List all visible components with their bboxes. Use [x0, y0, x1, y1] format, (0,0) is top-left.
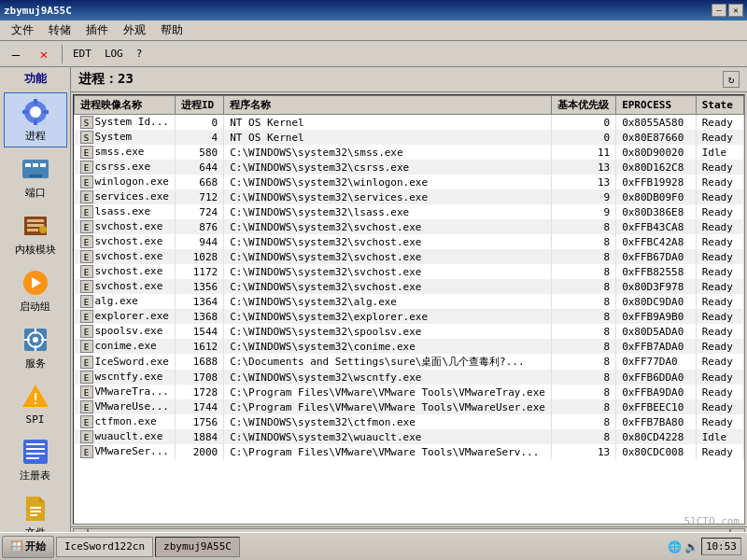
sidebar-item-spi[interactable]: ! SPI: [4, 377, 67, 430]
process-file-icon: E: [80, 161, 93, 174]
table-row[interactable]: Esmss.exe580C:\WINDOWS\system32\smss.exe…: [75, 145, 744, 160]
cell-process-name: Esvchost.exe: [75, 249, 176, 264]
sidebar-item-startup[interactable]: 启动组: [4, 263, 67, 318]
cell-process-name: Ewinlogon.exe: [75, 175, 176, 189]
content-title: 进程：23: [78, 71, 134, 88]
log-btn[interactable]: LOG: [100, 45, 128, 63]
cell-process-name: Ecsrss.exe: [75, 160, 176, 175]
cell-state: Ready: [696, 115, 743, 131]
taskbar-item-zbymuj[interactable]: zbymuj9A55C: [155, 537, 240, 557]
cell-eprocess: 0xFFB82558: [616, 264, 697, 279]
table-row[interactable]: Ewuauclt.exe1884C:\WINDOWS\system32\wuau…: [75, 429, 744, 444]
edt-btn[interactable]: EDT: [68, 45, 96, 63]
cell-process-name: Esvchost.exe: [75, 219, 176, 234]
table-row[interactable]: SSystem4NT OS Kernel00x80E87660Ready: [75, 130, 744, 145]
svg-rect-30: [26, 453, 45, 455]
svg-point-1: [30, 106, 41, 118]
sidebar-item-port[interactable]: 端口: [4, 149, 67, 204]
col-header-path[interactable]: 程序名称: [224, 96, 552, 115]
menu-plugin[interactable]: 插件: [78, 21, 116, 40]
svg-rect-7: [25, 163, 31, 167]
sidebar-kernel-label: 内核模块: [15, 243, 56, 257]
taskbar-item-icesword[interactable]: IceSword122cn: [56, 537, 153, 557]
cell-state: Ready: [696, 370, 743, 385]
toolbar-minimize-btn[interactable]: —: [4, 44, 28, 64]
minimize-button[interactable]: —: [712, 4, 726, 17]
cell-pid: 1728: [175, 385, 223, 399]
sidebar-item-process[interactable]: 进程: [4, 92, 67, 147]
table-row[interactable]: Esvchost.exe876C:\WINDOWS\system32\svcho…: [75, 219, 744, 234]
content-header: 进程：23 ↻: [71, 67, 747, 92]
table-row[interactable]: Elsass.exe724C:\WINDOWS\system32\lsass.e…: [75, 204, 744, 219]
col-header-eprocess[interactable]: EPROCESS: [616, 96, 697, 115]
svg-rect-12: [27, 219, 44, 222]
table-row[interactable]: Eservices.exe712C:\WINDOWS\system32\serv…: [75, 189, 744, 204]
menu-dump[interactable]: 转储: [41, 21, 78, 40]
help-btn[interactable]: ?: [132, 45, 148, 63]
cell-pid: 1364: [175, 294, 223, 309]
cell-state: Idle: [696, 429, 743, 444]
table-row[interactable]: Econime.exe1612C:\WINDOWS\system32\conim…: [75, 339, 744, 354]
cell-path: C:\WINDOWS\system32\svchost.exe: [224, 249, 552, 264]
cell-path: C:\WINDOWS\system32\svchost.exe: [224, 234, 552, 249]
sidebar-service-label: 服务: [25, 357, 46, 371]
table-row[interactable]: Ewscntfy.exe1708C:\WINDOWS\system32\wscn…: [75, 370, 744, 385]
table-row[interactable]: Esvchost.exe1172C:\WINDOWS\system32\svch…: [75, 264, 744, 279]
process-file-icon: E: [80, 265, 93, 278]
cell-process-name: Ectfmon.exe: [75, 414, 176, 429]
cell-eprocess: 0xFFB67DA0: [616, 249, 697, 264]
start-button[interactable]: 🪟 开始: [2, 536, 54, 558]
col-header-pid[interactable]: 进程ID: [175, 96, 223, 115]
cell-path: C:\WINDOWS\system32\svchost.exe: [224, 219, 552, 234]
table-row[interactable]: EVMwareTra...1728C:\Program Files\VMware…: [75, 385, 744, 399]
process-file-icon: E: [80, 205, 93, 218]
menu-file[interactable]: 文件: [4, 21, 41, 40]
start-label: 开始: [25, 539, 46, 553]
cell-process-name: Eexplorer.exe: [75, 309, 176, 324]
toolbar-close-btn[interactable]: ✕: [32, 44, 56, 64]
cell-state: Ready: [696, 189, 743, 204]
process-file-icon: E: [80, 220, 93, 233]
svg-rect-31: [26, 457, 39, 459]
cell-eprocess: 0x80CDC008: [616, 444, 697, 459]
table-row[interactable]: Ewinlogon.exe668C:\WINDOWS\system32\winl…: [75, 175, 744, 189]
table-row[interactable]: Esvchost.exe1356C:\WINDOWS\system32\svch…: [75, 279, 744, 294]
col-header-state[interactable]: State: [696, 96, 743, 115]
table-row[interactable]: EVMwareSer...2000C:\Program Files\VMware…: [75, 444, 744, 459]
table-row[interactable]: SSystem Id...0NT OS Kernel00x8055A580Rea…: [75, 115, 744, 131]
table-row[interactable]: Ectfmon.exe1756C:\WINDOWS\system32\ctfmo…: [75, 414, 744, 429]
menu-help[interactable]: 帮助: [153, 21, 190, 40]
table-row[interactable]: Esvchost.exe944C:\WINDOWS\system32\svcho…: [75, 234, 744, 249]
table-row[interactable]: Espoolsv.exe1544C:\WINDOWS\system32\spoo…: [75, 324, 744, 339]
table-row[interactable]: Esvchost.exe1028C:\WINDOWS\system32\svch…: [75, 249, 744, 264]
col-header-name[interactable]: 进程映像名称: [75, 96, 176, 115]
sidebar-item-service[interactable]: 服务: [4, 320, 67, 375]
cell-pid: 1172: [175, 264, 223, 279]
taskbar-items: IceSword122cn zbymuj9A55C: [56, 537, 662, 557]
table-row[interactable]: Ealg.exe1364C:\WINDOWS\system32\alg.exe8…: [75, 294, 744, 309]
table-row[interactable]: EIceSword.exe1688C:\Documents and Settin…: [75, 354, 744, 370]
cell-process-name: Eservices.exe: [75, 189, 176, 204]
sidebar-item-kernel[interactable]: 内核模块: [4, 206, 67, 261]
cell-priority: 8: [551, 354, 615, 370]
sidebar-item-registry[interactable]: 注册表: [4, 432, 67, 487]
table-row[interactable]: EVMwareUse...1744C:\Program Files\VMware…: [75, 399, 744, 414]
table-row[interactable]: Eexplorer.exe1368C:\WINDOWS\system32\exp…: [75, 309, 744, 324]
svg-rect-33: [30, 511, 41, 512]
col-header-priority[interactable]: 基本优先级: [551, 96, 615, 115]
table-row[interactable]: Ecsrss.exe644C:\WINDOWS\system32\csrss.e…: [75, 160, 744, 175]
process-file-icon: E: [80, 190, 93, 203]
menu-appearance[interactable]: 外观: [116, 21, 153, 40]
close-button[interactable]: ✕: [728, 4, 743, 17]
content-area: 进程：23 ↻ 进程映像名称 进程ID 程序名称 基本优先级 EPROCESS …: [71, 67, 747, 539]
cell-process-name: SSystem Id...: [75, 115, 176, 131]
cell-process-name: EIceSword.exe: [75, 354, 176, 370]
cell-path: C:\WINDOWS\system32\svchost.exe: [224, 264, 552, 279]
cell-pid: 1756: [175, 414, 223, 429]
process-table-container[interactable]: 进程映像名称 进程ID 程序名称 基本优先级 EPROCESS State SS…: [73, 94, 745, 525]
title-text: zbymuj9A55C: [4, 5, 72, 17]
cell-eprocess: 0x80D5ADA0: [616, 324, 697, 339]
main-layout: 功能 进程: [0, 67, 747, 539]
cell-state: Ready: [696, 294, 743, 309]
refresh-button[interactable]: ↻: [723, 71, 740, 88]
